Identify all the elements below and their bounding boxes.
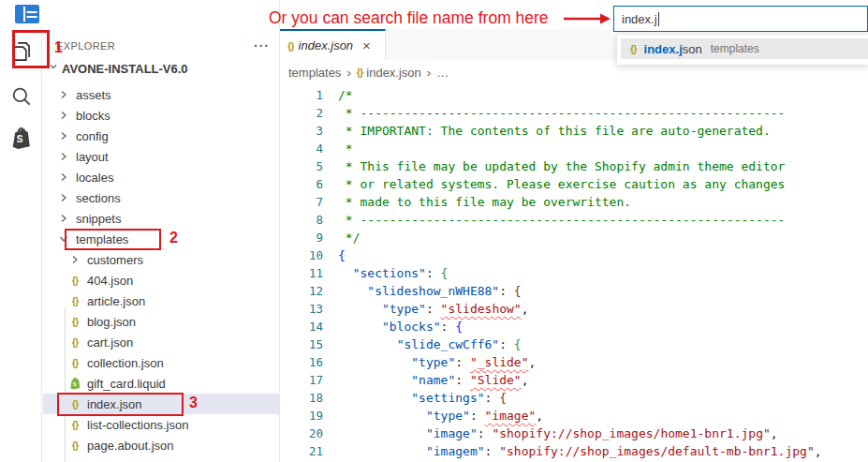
code-line-12[interactable]: 12 "slideshow_nWHE88": { <box>280 282 868 300</box>
tree-item-label: blocks <box>76 109 110 123</box>
tree-item-page-contact-json[interactable]: {}page.contact.json <box>43 455 279 462</box>
tree-item-customers[interactable]: customers <box>43 249 279 270</box>
chevron-down-icon <box>56 231 71 246</box>
code-line-3[interactable]: 3 * IMPORTANT: The contents of this file… <box>280 122 868 140</box>
line-number: 15 <box>280 335 327 353</box>
code-editor[interactable]: 1/*2 * ---------------------------------… <box>280 86 868 462</box>
chevron-right-icon <box>56 128 71 143</box>
tree-item-sections[interactable]: sections <box>43 187 279 208</box>
code-line-18[interactable]: 18 "settings": { <box>280 389 868 407</box>
tree-item-label: customers <box>87 253 143 267</box>
code-text: "name": "Slide", <box>327 371 529 389</box>
code-line-14[interactable]: 14 "blocks": { <box>280 318 868 335</box>
tree-item-label: article.json <box>87 294 145 308</box>
tree-item-gift-card-liquid[interactable]: Sgift_card.liquid <box>43 373 279 394</box>
json-icon: {} <box>67 355 82 370</box>
line-number: 3 <box>280 122 327 140</box>
code-line-16[interactable]: 16 "type": "_slide", <box>280 353 868 371</box>
close-icon[interactable]: × <box>362 38 371 52</box>
code-text: * --------------------------------------… <box>327 211 785 229</box>
code-text: { <box>327 246 346 264</box>
json-icon: {} <box>67 458 82 462</box>
code-line-21[interactable]: 21 "imagem": "shopify://shop_images/defa… <box>280 442 868 460</box>
more-actions-icon[interactable]: ··· <box>254 38 270 53</box>
tree-item-snippets[interactable]: snippets <box>43 208 279 229</box>
line-number: 20 <box>280 425 327 442</box>
tree-item-cart-json[interactable]: {}cart.json <box>43 332 279 352</box>
code-line-6[interactable]: 6 * or related systems. Please exercise … <box>280 175 868 193</box>
tree-item-article-json[interactable]: {}article.json <box>43 291 279 311</box>
code-line-5[interactable]: 5 * This file may be updated by the Shop… <box>280 157 868 175</box>
code-line-9[interactable]: 9 */ <box>280 229 868 246</box>
breadcrumb-item-1[interactable]: index.json <box>366 66 421 80</box>
line-number: 19 <box>280 407 327 425</box>
code-text: "slide_cwCff6": { <box>327 335 522 353</box>
code-line-20[interactable]: 20 "image": "shopify://shop_images/home1… <box>280 425 868 442</box>
code-text: * IMPORTANT: The contents of this file a… <box>327 122 771 140</box>
tree-item-label: collection.json <box>87 356 164 370</box>
tree-item-templates[interactable]: templates <box>43 229 279 249</box>
code-line-8[interactable]: 8 * ------------------------------------… <box>280 211 868 229</box>
code-line-4[interactable]: 4 * <box>280 140 868 157</box>
tree-item-page-about-json[interactable]: {}page.about.json <box>43 435 279 455</box>
code-text: * --------------------------------------… <box>327 104 785 122</box>
tree-item-config[interactable]: config <box>43 126 279 146</box>
tree-item-label: templates <box>76 232 128 246</box>
tab-index-json[interactable]: {} index.json × <box>280 29 386 60</box>
code-line-15[interactable]: 15 "slide_cwCff6": { <box>280 335 868 353</box>
code-line-17[interactable]: 17 "name": "Slide", <box>280 371 868 389</box>
breadcrumb-item-2[interactable]: … <box>436 66 449 80</box>
tree-item-label: cart.json <box>87 335 133 350</box>
line-number: 1 <box>280 86 327 104</box>
tree-item-label: index.json <box>87 397 142 411</box>
chevron-right-icon <box>56 211 71 226</box>
breadcrumb-item-0[interactable]: templates <box>288 66 341 80</box>
code-text: * made to this file may be overwritten. <box>327 193 631 211</box>
json-icon: {} <box>630 43 637 54</box>
root-folder-row[interactable]: AVONE-INSTALL-V6.0 <box>43 58 279 79</box>
code-text: * <box>327 140 353 157</box>
vscode-logo-icon <box>15 5 39 27</box>
explorer-files-icon[interactable] <box>0 34 42 69</box>
code-text: "type": "_slide", <box>327 353 536 371</box>
breadcrumb-separator: › <box>427 66 431 80</box>
shopify-icon[interactable]: S <box>0 120 42 156</box>
tree-item-locales[interactable]: locales <box>43 167 279 187</box>
annotation-number-1: 1 <box>54 39 63 56</box>
svg-text:S: S <box>16 134 22 144</box>
json-icon: {} <box>67 314 82 329</box>
code-line-19[interactable]: 19 "type": "image", <box>280 407 868 425</box>
tree-item-blocks[interactable]: blocks <box>43 105 279 126</box>
tree-item-blog-json[interactable]: {}blog.json <box>43 311 279 332</box>
code-text: * This file may be updated by the Shopif… <box>327 157 785 175</box>
tree-item-404-json[interactable]: {}404.json <box>43 270 279 291</box>
quick-open-result-index-json[interactable]: {} index.j son templates <box>621 38 868 59</box>
code-line-7[interactable]: 7 * made to this file may be overwritten… <box>280 193 868 211</box>
line-number: 2 <box>280 104 327 122</box>
tree-item-index-json[interactable]: {}index.json <box>43 394 279 414</box>
quick-open-input[interactable]: index.j <box>613 6 868 32</box>
line-number: 9 <box>280 229 327 246</box>
line-number: 13 <box>280 300 327 318</box>
code-line-10[interactable]: 10{ <box>280 246 868 264</box>
chevron-right-icon <box>56 108 71 123</box>
json-icon: {} <box>357 67 363 78</box>
search-icon[interactable] <box>0 79 42 114</box>
code-text: "imagem": "shopify://shop_images/default… <box>327 442 822 460</box>
annotation-note: Or you can search file name from here <box>269 8 549 28</box>
tree-item-assets[interactable]: assets <box>43 84 279 105</box>
line-number: 16 <box>280 353 327 371</box>
json-icon: {} <box>67 273 82 288</box>
explorer-sidebar: EXPLORER ··· AVONE-INSTALL-V6.0 assetsbl… <box>43 26 279 462</box>
code-line-11[interactable]: 11 "sections": { <box>280 264 868 282</box>
tree-item-list-collections-json[interactable]: {}list-collections.json <box>43 414 279 435</box>
code-line-1[interactable]: 1/* <box>280 86 868 104</box>
code-line-2[interactable]: 2 * ------------------------------------… <box>280 104 868 122</box>
line-number: 4 <box>280 140 327 157</box>
line-number: 18 <box>280 389 327 407</box>
code-text: "image": "shopify://shop_images/home1-bn… <box>327 425 778 442</box>
tree-item-layout[interactable]: layout <box>43 146 279 167</box>
code-line-13[interactable]: 13 "type": "slideshow", <box>280 300 868 318</box>
tree-item-collection-json[interactable]: {}collection.json <box>43 352 279 373</box>
svg-text:S: S <box>72 381 76 387</box>
